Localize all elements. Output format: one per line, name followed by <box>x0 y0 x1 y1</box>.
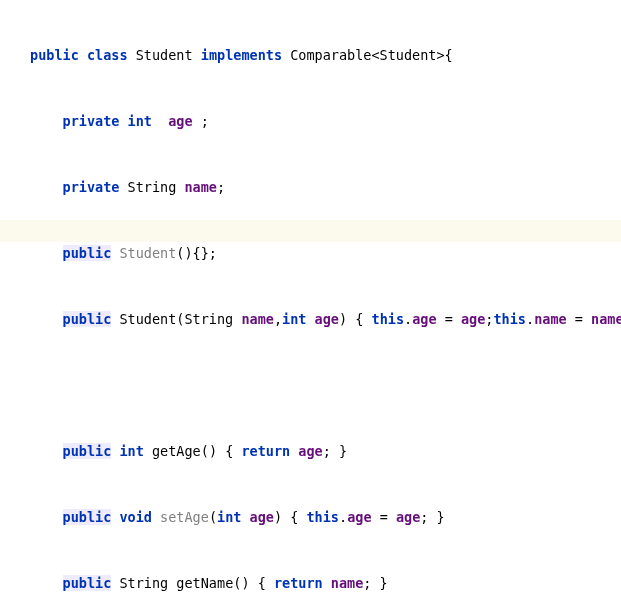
empty-body: (){}; <box>176 245 217 261</box>
param-type: int <box>217 509 241 525</box>
open-paren: ( <box>209 509 217 525</box>
param-name: name <box>241 311 274 327</box>
code-line: private int age ; <box>0 110 621 132</box>
keyword-public: public <box>63 575 112 591</box>
field-ref: name <box>534 311 567 327</box>
field-ref: age <box>298 443 322 459</box>
field-name: name <box>184 179 217 195</box>
equals: = <box>372 509 396 525</box>
param-ref: name <box>591 311 621 327</box>
blank-line <box>0 374 621 396</box>
param-type: int <box>282 311 306 327</box>
method-name: getAge <box>152 443 201 459</box>
method-name: getName <box>176 575 233 591</box>
equals: = <box>567 311 591 327</box>
keyword-class: class <box>87 47 128 63</box>
param-name: age <box>315 311 339 327</box>
dot: . <box>526 311 534 327</box>
param-name: age <box>250 509 274 525</box>
keyword-return: return <box>274 575 323 591</box>
semicolon: ; <box>217 179 225 195</box>
code-line: public int getAge() { return age; } <box>0 440 621 462</box>
class-name: Student <box>136 47 193 63</box>
close: ) { <box>274 509 298 525</box>
type-string: String <box>128 179 177 195</box>
keyword-this: this <box>372 311 405 327</box>
parens: () { <box>201 443 234 459</box>
code-editor[interactable]: public class Student implements Comparab… <box>0 0 621 611</box>
keyword-this: this <box>493 311 526 327</box>
semicolon: ; <box>201 113 209 129</box>
close: ; } <box>420 509 444 525</box>
param-ref: age <box>461 311 485 327</box>
dot: . <box>404 311 412 327</box>
type-int: int <box>119 443 143 459</box>
method-name: setAge <box>160 509 209 525</box>
parens: () { <box>233 575 266 591</box>
param-ref: age <box>396 509 420 525</box>
constructor: Student <box>119 311 176 327</box>
brace: ) { <box>339 311 363 327</box>
field-age: age <box>168 113 192 129</box>
code-line: public void setAge(int age) { this.age =… <box>0 506 621 528</box>
keyword-public: public <box>63 509 112 525</box>
field-ref: age <box>412 311 436 327</box>
keyword-public: public <box>63 443 112 459</box>
param-type: String <box>184 311 233 327</box>
comma: , <box>274 311 282 327</box>
dot: . <box>339 509 347 525</box>
keyword-public: public <box>63 311 112 327</box>
field-ref: age <box>347 509 371 525</box>
code-line: public class Student implements Comparab… <box>0 44 621 66</box>
close: ; } <box>363 575 387 591</box>
keyword-public: public <box>63 245 112 261</box>
code-line: public String getName() { return name; } <box>0 572 621 594</box>
keyword-private: private <box>63 179 120 195</box>
keyword-implements: implements <box>201 47 282 63</box>
keyword-private: private <box>63 113 120 129</box>
keyword-this: this <box>306 509 339 525</box>
code-line: public Student(){}; <box>0 242 621 264</box>
keyword-return: return <box>241 443 290 459</box>
interface-type: Comparable<Student>{ <box>290 47 453 63</box>
code-line: private String name; <box>0 176 621 198</box>
type-void: void <box>119 509 152 525</box>
field-ref: name <box>331 575 364 591</box>
type-int: int <box>128 113 152 129</box>
equals: = <box>437 311 461 327</box>
code-line: public Student(String name,int age) { th… <box>0 308 621 330</box>
keyword-public: public <box>30 47 79 63</box>
constructor: Student <box>119 245 176 261</box>
type-string: String <box>119 575 168 591</box>
close: ; } <box>323 443 347 459</box>
